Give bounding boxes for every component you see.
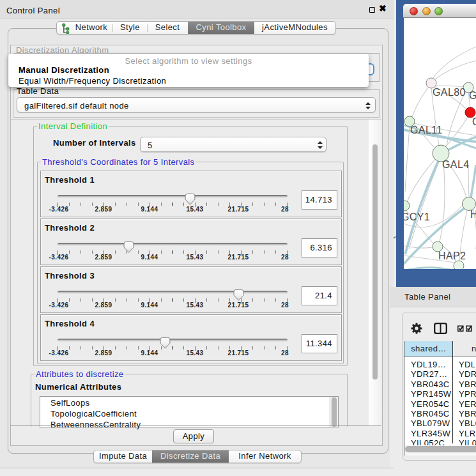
svg-text:GCY1: GCY1: [404, 211, 430, 222]
svg-text:HAP2: HAP2: [438, 250, 466, 261]
svg-text:H: H: [470, 209, 476, 220]
svg-text:C: C: [472, 116, 476, 127]
svg-text:GAL4: GAL4: [442, 159, 470, 170]
svg-text:GAL80: GAL80: [433, 87, 466, 98]
svg-text:G: G: [469, 90, 476, 101]
svg-text:GAL11: GAL11: [410, 125, 443, 135]
